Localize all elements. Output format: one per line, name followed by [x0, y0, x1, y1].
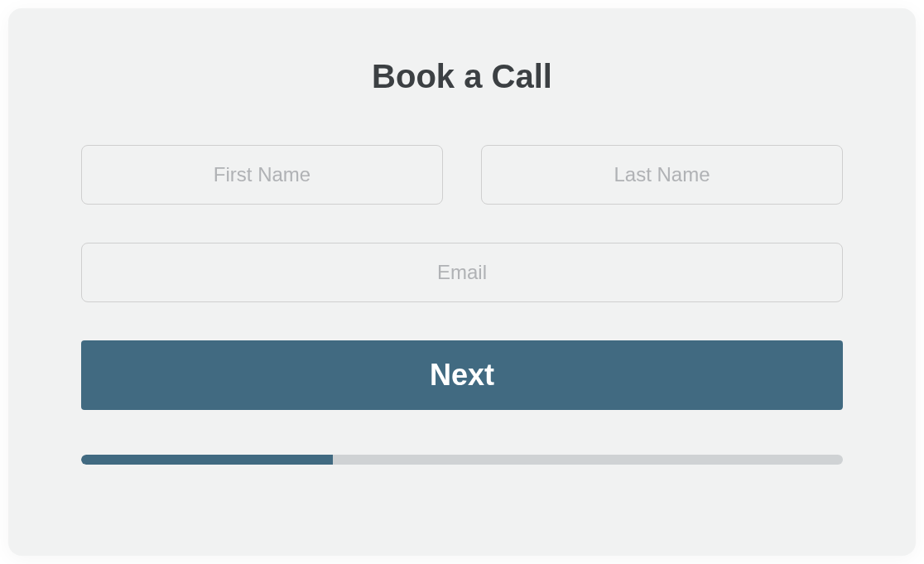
- form-card: Book a Call Next: [8, 8, 916, 556]
- progress-bar: [81, 455, 843, 465]
- email-row: [81, 243, 843, 302]
- progress-fill: [81, 455, 333, 465]
- email-input[interactable]: [81, 243, 843, 302]
- name-row: [81, 145, 843, 205]
- form-body: Next: [81, 145, 843, 465]
- next-button[interactable]: Next: [81, 340, 843, 410]
- first-name-input[interactable]: [81, 145, 443, 205]
- last-name-input[interactable]: [481, 145, 843, 205]
- form-title: Book a Call: [372, 58, 552, 95]
